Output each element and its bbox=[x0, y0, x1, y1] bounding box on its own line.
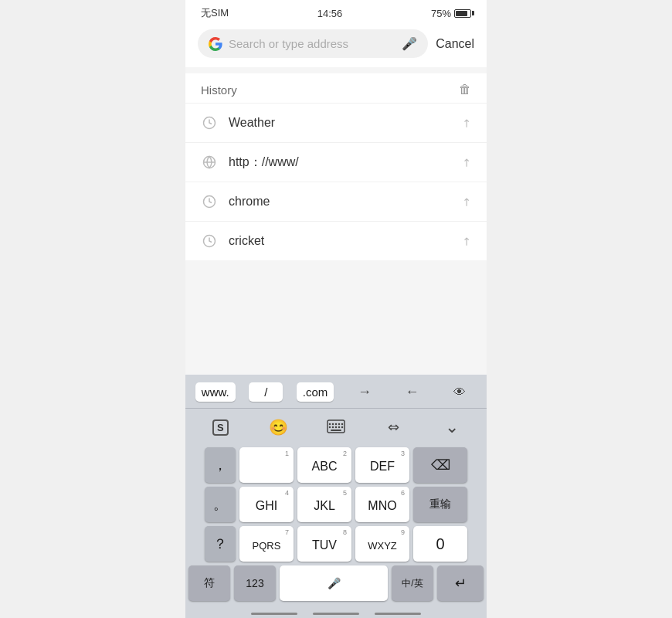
home-bar-2 bbox=[313, 613, 359, 615]
time: 14:56 bbox=[317, 8, 343, 19]
mic-icon[interactable]: 🎤 bbox=[402, 36, 417, 51]
key-4-ghi[interactable]: 4 GHI bbox=[239, 487, 294, 522]
key-3-def[interactable]: 3 DEF bbox=[355, 447, 409, 483]
history-title: History bbox=[201, 83, 237, 97]
battery-icon bbox=[454, 9, 471, 18]
home-bar bbox=[251, 613, 297, 615]
battery-area: 75% bbox=[431, 8, 471, 19]
key-row-2: 。 4 GHI 5 JKL 6 MNO 重输 bbox=[188, 487, 484, 522]
url-btn-www[interactable]: www. bbox=[195, 382, 236, 402]
key-9-wxyz[interactable]: 9 WXYZ bbox=[355, 526, 409, 562]
clock-icon-chrome bbox=[201, 193, 218, 210]
history-label-weather: Weather bbox=[229, 116, 462, 130]
clock-icon-cricket bbox=[201, 233, 218, 250]
key-123[interactable]: 123 bbox=[234, 565, 276, 601]
key-period[interactable]: 。 bbox=[205, 487, 236, 522]
trash-icon[interactable]: 🗑 bbox=[459, 83, 471, 97]
carrier: 无SIM bbox=[201, 6, 229, 20]
keyboard-tool-btn[interactable] bbox=[319, 413, 353, 441]
history-header: History 🗑 bbox=[185, 73, 487, 103]
history-label-chrome: chrome bbox=[229, 195, 462, 209]
cancel-button[interactable]: Cancel bbox=[436, 37, 474, 51]
battery-percent: 75% bbox=[431, 8, 451, 19]
google-logo-icon bbox=[209, 37, 222, 51]
history-item-weather[interactable]: Weather ↗ bbox=[185, 103, 487, 142]
keyboard-area: www. / .com → ← 👁 S 😊 bbox=[185, 375, 487, 618]
history-item-http[interactable]: http：//www/ ↗ bbox=[185, 142, 487, 182]
key-row-3: ？ 7 PQRS 8 TUV 9 WXYZ 0 bbox=[188, 526, 484, 562]
key-question[interactable]: ？ bbox=[205, 526, 236, 562]
key-6-mno[interactable]: 6 MNO bbox=[355, 487, 409, 522]
key-row-1: ， 1 2 ABC 3 DEF ⌫ bbox=[188, 447, 484, 483]
key-2-abc[interactable]: 2 ABC bbox=[297, 447, 351, 483]
history-label-cricket: cricket bbox=[229, 234, 462, 248]
url-btn-back[interactable]: ← bbox=[395, 381, 429, 403]
key-row-4: 符 123 🎤 中/英 ↵ bbox=[188, 565, 484, 601]
key-comma[interactable]: ， bbox=[205, 447, 236, 483]
url-btn-eye[interactable]: 👁 bbox=[443, 382, 477, 402]
history-item-chrome[interactable]: chrome ↗ bbox=[185, 182, 487, 221]
clock-icon-weather bbox=[201, 114, 218, 131]
key-7-pqrs[interactable]: 7 PQRS bbox=[239, 526, 294, 562]
url-btn-forward[interactable]: → bbox=[348, 381, 382, 403]
key-delete[interactable]: ⌫ bbox=[413, 447, 467, 483]
history-label-http: http：//www/ bbox=[229, 154, 462, 171]
home-indicator bbox=[185, 608, 487, 618]
keyboard-rows: ， 1 2 ABC 3 DEF ⌫ 。 bbox=[185, 446, 487, 608]
collapse-tool-btn[interactable]: ⌄ bbox=[435, 413, 469, 441]
status-bar: 无SIM 14:56 75% bbox=[185, 0, 487, 23]
key-8-tuv[interactable]: 8 TUV bbox=[297, 526, 351, 562]
key-fu[interactable]: 符 bbox=[188, 565, 230, 601]
phone-frame: 无SIM 14:56 75% Search or type address 🎤 … bbox=[185, 0, 487, 618]
url-toolbar: www. / .com → ← 👁 bbox=[185, 375, 487, 409]
globe-icon-http bbox=[201, 154, 218, 171]
search-bar-container: Search or type address 🎤 Cancel bbox=[185, 23, 487, 67]
key-return[interactable]: ↵ bbox=[437, 565, 484, 601]
key-5-jkl[interactable]: 5 JKL bbox=[297, 487, 351, 522]
emoji-tool-btn[interactable]: 😊 bbox=[261, 413, 295, 441]
home-bar-3 bbox=[375, 613, 421, 615]
squid-tool-btn[interactable]: S bbox=[203, 413, 237, 441]
search-input-wrapper[interactable]: Search or type address 🎤 bbox=[198, 29, 428, 58]
key-enter[interactable]: 重输 bbox=[413, 487, 467, 522]
key-space[interactable]: 🎤 bbox=[280, 565, 388, 601]
key-zh-en[interactable]: 中/英 bbox=[392, 565, 433, 601]
cursor-tool-btn[interactable]: ⇔ bbox=[377, 413, 411, 441]
key-1[interactable]: 1 bbox=[239, 447, 294, 483]
history-item-cricket[interactable]: cricket ↗ bbox=[185, 221, 487, 260]
keyboard-tools-row: S 😊 ⇔ ⌄ bbox=[185, 409, 487, 446]
key-0[interactable]: 0 bbox=[413, 526, 467, 562]
history-section: History 🗑 Weather ↗ http bbox=[185, 73, 487, 260]
url-btn-slash[interactable]: / bbox=[249, 382, 283, 402]
url-btn-dotcom[interactable]: .com bbox=[297, 382, 334, 402]
search-input[interactable]: Search or type address bbox=[229, 37, 395, 50]
